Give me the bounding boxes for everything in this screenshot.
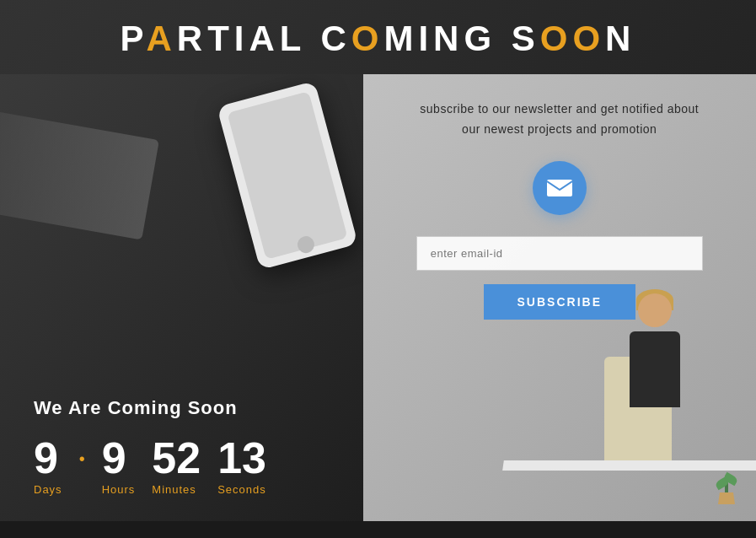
dot-1: • [79, 449, 85, 469]
minutes-label: Minutes [152, 483, 196, 496]
email-input[interactable] [416, 236, 703, 271]
subscribe-button[interactable]: SUBSCRIBE [484, 284, 635, 320]
days-counter: 9 Days [34, 436, 62, 496]
countdown-timer: 9 Days • 9 Hours 52 Minutes 13 Seconds [34, 436, 338, 496]
minutes-counter: 52 Minutes [152, 436, 201, 496]
hours-number: 9 [102, 436, 126, 480]
plant-pot [718, 492, 735, 504]
days-label: Days [34, 483, 62, 496]
hours-counter: 9 Hours [102, 436, 136, 496]
right-panel: subscribe to our newsletter and get noti… [363, 74, 756, 521]
person-body [630, 331, 680, 407]
coming-soon-heading: We Are Coming Soon [34, 397, 338, 419]
hours-label: Hours [102, 483, 136, 496]
left-panel: We Are Coming Soon 9 Days • 9 Hours 52 M… [0, 74, 363, 521]
svg-rect-0 [547, 180, 572, 196]
plant-decoration [714, 462, 739, 504]
days-number: 9 [34, 436, 58, 480]
minutes-number: 52 [152, 436, 201, 480]
page-title: PARTIAL COMING SOON [0, 19, 756, 59]
seconds-counter: 13 Seconds [217, 436, 266, 496]
newsletter-description: subscribe to our newsletter and get noti… [416, 100, 703, 140]
seconds-number: 13 [217, 436, 266, 480]
header: PARTIAL COMING SOON [0, 0, 756, 74]
seconds-label: Seconds [217, 483, 266, 496]
email-icon-circle [533, 161, 587, 215]
person-head [638, 293, 672, 327]
main-content: We Are Coming Soon 9 Days • 9 Hours 52 M… [0, 74, 756, 521]
envelope-icon [547, 180, 572, 196]
